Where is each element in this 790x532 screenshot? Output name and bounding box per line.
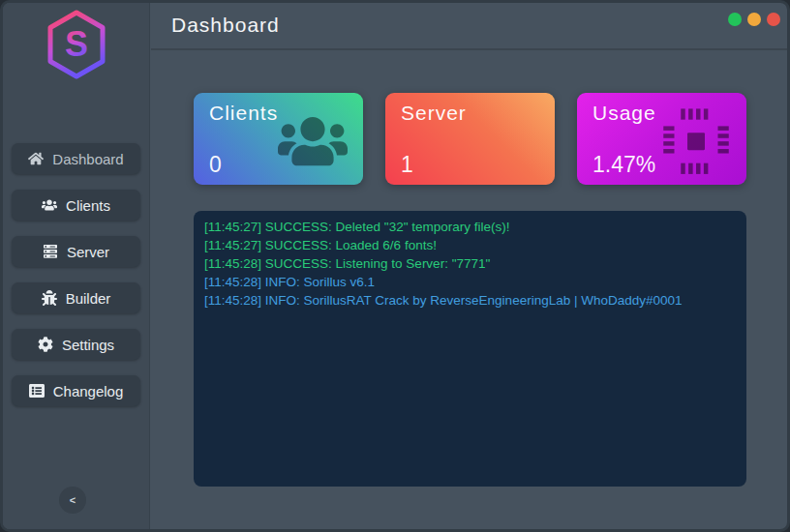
sidebar-item-clients[interactable]: Clients	[12, 190, 140, 221]
sidebar-item-settings[interactable]: Settings	[12, 329, 140, 360]
sidebar: S Dashboard Clients	[3, 3, 150, 529]
sidebar-item-label: Changelog	[53, 383, 124, 399]
sidebar-item-changelog[interactable]: Changelog	[12, 375, 140, 406]
home-icon	[28, 151, 44, 166]
log-line: [11:45:28] SUCCESS: Listening to Server:…	[204, 254, 736, 273]
app-logo-icon: S	[45, 9, 108, 80]
sidebar-item-label: Clients	[66, 197, 110, 214]
header: Dashboard	[151, 3, 787, 50]
sidebar-item-label: Settings	[62, 337, 114, 353]
server-card: Server 1	[385, 93, 555, 185]
close-button[interactable]	[767, 13, 780, 26]
gear-icon	[38, 337, 53, 352]
sidebar-item-label: Server	[67, 244, 109, 260]
card-title: Usage	[592, 102, 656, 125]
sidebar-item-label: Dashboard	[52, 151, 123, 167]
app-window: S Dashboard Clients	[0, 0, 790, 532]
card-title: Clients	[209, 102, 278, 125]
sidebar-item-builder[interactable]: Builder	[12, 282, 140, 313]
window-controls	[728, 13, 780, 26]
logo-letter: S	[65, 24, 88, 64]
log-line: [11:45:27] SUCCESS: Loaded 6/6 fonts!	[204, 236, 736, 254]
card-title: Server	[401, 102, 467, 125]
sidebar-nav: Dashboard Clients	[3, 143, 150, 422]
log-line: [11:45:27] SUCCESS: Deleted "32" tempora…	[204, 218, 736, 236]
maximize-button[interactable]	[747, 13, 761, 26]
server-icon	[43, 244, 58, 259]
log-line: [11:45:28] INFO: Sorillus v6.1	[204, 273, 736, 291]
sidebar-item-dashboard[interactable]: Dashboard	[12, 143, 140, 174]
page-title: Dashboard	[171, 14, 280, 37]
clients-count: 0	[209, 152, 222, 178]
usage-percent: 1.47%	[592, 152, 655, 178]
log-line: [11:45:28] INFO: SorillusRAT Crack by Re…	[204, 291, 736, 310]
main-area: Dashboard Clients 0 Server 1	[151, 3, 787, 529]
usage-card: Usage 1.47%	[577, 93, 746, 185]
bug-icon	[42, 290, 57, 306]
server-count: 1	[401, 152, 413, 178]
sidebar-item-server[interactable]: Server	[12, 236, 140, 267]
users-icon	[42, 197, 57, 213]
console-log[interactable]: [11:45:27] SUCCESS: Deleted "32" tempora…	[194, 211, 746, 487]
server-stack-icon	[470, 106, 539, 176]
minimize-button[interactable]	[728, 13, 742, 26]
users-icon	[278, 106, 348, 176]
clients-card: Clients 0	[194, 93, 363, 185]
sidebar-item-label: Builder	[66, 290, 111, 307]
sidebar-collapse-button[interactable]: <	[59, 487, 86, 514]
cpu-chip-icon	[661, 106, 731, 176]
changelog-icon	[29, 383, 45, 399]
